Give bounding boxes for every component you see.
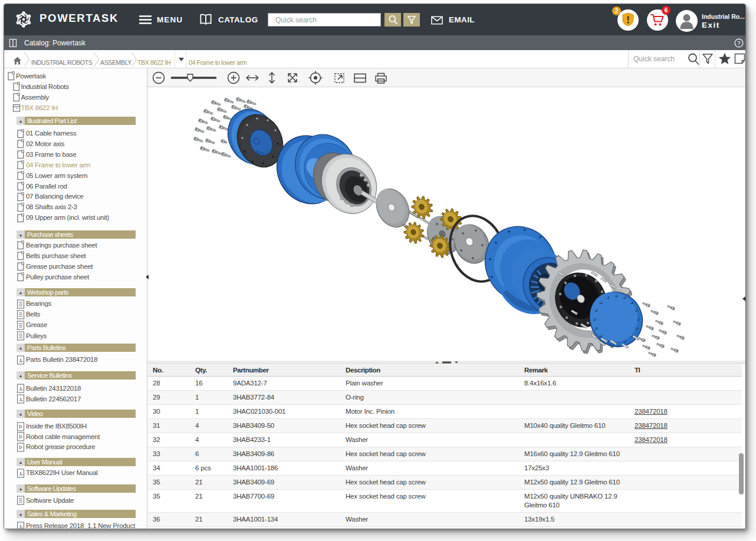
svg-text:?: ? [737, 39, 741, 46]
